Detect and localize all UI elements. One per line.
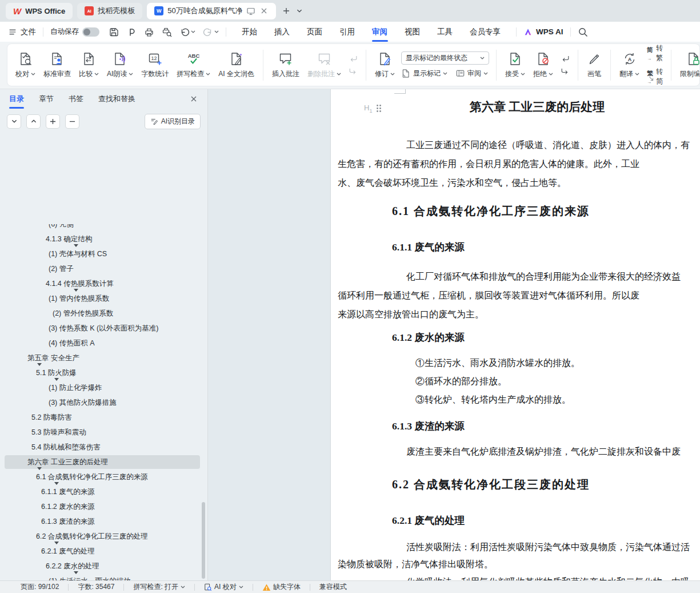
ai-recognize-toc-button[interactable]: AI识别目录 [145, 114, 201, 129]
toc-item[interactable]: (1) 防止化学爆炸 [0, 380, 207, 395]
restrict-editing-button[interactable]: 限制编辑 [676, 49, 700, 81]
collapse-triangle-icon[interactable] [54, 378, 59, 381]
print-preview-icon[interactable] [162, 27, 172, 37]
tab-chapters[interactable]: 章节 [39, 89, 54, 109]
toc-item[interactable]: (3) 传热系数 K (以外表面积为基准) [0, 321, 207, 336]
collapse-triangle-icon[interactable] [54, 482, 59, 485]
toc-item[interactable]: (4) 传热面积 A [0, 336, 207, 351]
close-tab-icon[interactable] [259, 6, 269, 15]
ai-proofread-status[interactable]: AI 校对 [204, 582, 243, 592]
toc-item[interactable]: (1) 生活污水、雨水的排放 [0, 574, 207, 580]
collapse-triangle-icon[interactable] [74, 244, 78, 247]
simplified-to-traditional-button[interactable]: 简→ 转繁 [647, 43, 663, 63]
reject-button[interactable]: 拒绝 [529, 49, 557, 81]
file-menu[interactable]: 文件 [8, 27, 36, 37]
toc-item[interactable]: 6.2.1 废气的处理 [0, 544, 207, 559]
accept-button[interactable]: 接受 [501, 49, 529, 81]
tab-bookmarks[interactable]: 书签 [69, 89, 83, 109]
toc-item[interactable]: 5.1 防火防爆 [0, 365, 207, 380]
tab-find-replace[interactable]: 查找和替换 [98, 89, 135, 109]
toc-item[interactable]: 6.1.2 废水的来源 [0, 499, 207, 514]
toc-item[interactable]: (1) 管内传热膜系数 [0, 291, 207, 306]
delete-comment-button[interactable]: 删除批注 [303, 49, 345, 81]
collapse-triangle-icon[interactable] [37, 467, 42, 470]
sidebar-scrollbar[interactable] [202, 502, 205, 579]
undo-button[interactable] [179, 27, 195, 37]
new-tab-icon[interactable] [282, 6, 291, 15]
insert-comment-button[interactable]: 插入批注 [268, 49, 303, 81]
tab-wps-office[interactable]: W WPS Office [6, 3, 73, 19]
toc-item[interactable]: (6) 壳侧 [0, 224, 207, 232]
toc-item[interactable]: 6.1.1 废气的来源 [0, 484, 207, 499]
menu-home[interactable]: 开始 [233, 22, 266, 42]
next-comment-icon[interactable] [347, 67, 359, 76]
toc-item[interactable]: 5.4 防机械和堕落伤害 [0, 440, 207, 455]
zoom-in-button[interactable] [46, 114, 60, 129]
print-icon[interactable] [144, 27, 154, 37]
collapse-triangle-icon[interactable] [74, 571, 78, 574]
page-indicator[interactable]: 页面: 99/102 [21, 582, 59, 592]
menu-view[interactable]: 视图 [396, 22, 429, 42]
toc-item[interactable]: (1) 壳体与材料 CS [0, 246, 207, 261]
toc-item[interactable]: (3) 其他防火防爆措施 [0, 395, 207, 410]
export-pdf-icon[interactable] [126, 27, 137, 37]
toc-item[interactable]: 6.1.3 废渣的来源 [0, 514, 207, 529]
word-count-indicator[interactable]: 字数: 35467 [78, 582, 114, 592]
menu-tools[interactable]: 工具 [429, 22, 461, 42]
tab-document[interactable]: W 50万吨合成氨原料气净化工段 [147, 3, 276, 19]
autosave-toggle[interactable] [82, 27, 99, 37]
toc-item[interactable]: 5.3 防噪声和震动 [0, 425, 207, 440]
collapse-all-button[interactable] [7, 114, 21, 129]
toc-item[interactable]: 6.2.2 废水的处理 [0, 559, 207, 574]
toc-item[interactable]: (2) 管子 [0, 261, 207, 276]
toc-item[interactable]: 6.1 合成氨转化净化工序三废的来源 [0, 469, 207, 484]
close-sidebar-icon[interactable] [189, 94, 198, 104]
spell-check-button[interactable]: ABC 拼写检查 [173, 49, 214, 81]
wps-ai-button[interactable]: WPS AI [523, 27, 563, 37]
menu-review[interactable]: 审阅 [363, 22, 396, 42]
compare-button[interactable]: 比较 [75, 49, 103, 81]
review-pane-button[interactable]: 审阅 [455, 69, 488, 78]
save-icon[interactable] [109, 27, 119, 37]
collapse-triangle-icon[interactable] [74, 289, 78, 292]
missing-font-warning[interactable]: 缺失字体 [262, 582, 301, 592]
toc-item[interactable]: 4.1.4 传热膜系数计算 [0, 276, 207, 291]
ai-read-button[interactable]: AI朗读 [103, 49, 137, 81]
collapse-triangle-icon[interactable] [37, 363, 42, 366]
spell-check-status[interactable]: 拼写检查: 打开 [133, 582, 185, 592]
brush-button[interactable]: 画笔 [583, 49, 606, 81]
track-changes-button[interactable]: 修订 [371, 49, 399, 81]
document-page[interactable]: H1 第六章 工业三废的后处理 工业三废通过不同的途径（呼吸道、消化道、皮肤）进… [331, 89, 700, 580]
menu-membership[interactable]: 会员专享 [461, 22, 509, 42]
previous-change-icon[interactable] [559, 54, 571, 63]
translate-button[interactable]: A 翻译 [615, 49, 643, 81]
previous-comment-icon[interactable] [347, 54, 359, 63]
expand-all-button[interactable] [26, 114, 41, 129]
ai-polish-button[interactable]: AI 全文润色 [214, 49, 258, 81]
standard-review-button[interactable]: 标准审查 [39, 49, 75, 81]
show-markup-button[interactable]: 显示标记 [401, 69, 447, 78]
markup-state-select[interactable]: 显示标记的最终状态 [401, 51, 489, 65]
menu-page[interactable]: 页面 [298, 22, 331, 42]
share-screen-icon[interactable] [246, 6, 255, 15]
toc-item-selected[interactable]: 第六章 工业三废的后处理 [0, 455, 207, 469]
tab-list-chevron-icon[interactable] [297, 9, 302, 13]
toc-item[interactable]: 6.2 合成氨转化净化工段三废的处理 [0, 529, 207, 544]
toc-item[interactable]: (2) 管外传热膜系数 [0, 306, 207, 321]
tab-toc[interactable]: 目录 [9, 89, 24, 109]
search-icon[interactable] [578, 27, 588, 37]
expand-corner-icon[interactable] [648, 75, 655, 82]
proofread-button[interactable]: 校对 [11, 49, 39, 81]
toc-item[interactable]: 4.1.3 确定结构 [0, 232, 207, 246]
toc-item[interactable]: 第五章 安全生产 [0, 351, 207, 365]
collapse-triangle-icon[interactable] [54, 542, 59, 544]
menu-insert[interactable]: 插入 [266, 22, 298, 42]
menu-references[interactable]: 引用 [331, 22, 363, 42]
zoom-out-button[interactable] [65, 114, 79, 129]
word-count-button[interactable]: 12 字数统计 [137, 49, 173, 81]
compatibility-mode-badge[interactable]: 兼容模式 [319, 582, 347, 592]
redo-button[interactable] [203, 27, 219, 37]
next-change-icon[interactable] [559, 67, 571, 76]
toc-item[interactable]: 5.2 防毒防害 [0, 410, 207, 425]
tab-docer-templates[interactable]: AI 找稻壳模板 [77, 3, 142, 19]
